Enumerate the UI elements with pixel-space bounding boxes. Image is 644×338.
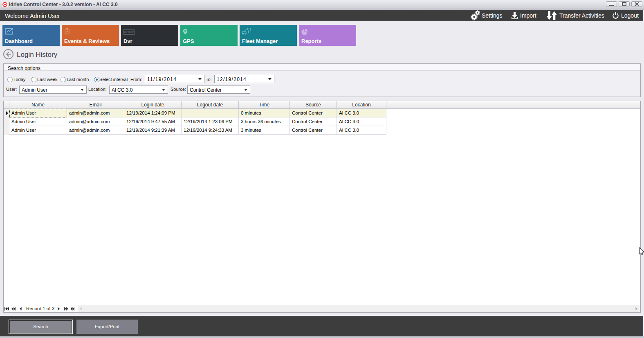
svg-text:MERGE: MERGE xyxy=(124,31,135,34)
